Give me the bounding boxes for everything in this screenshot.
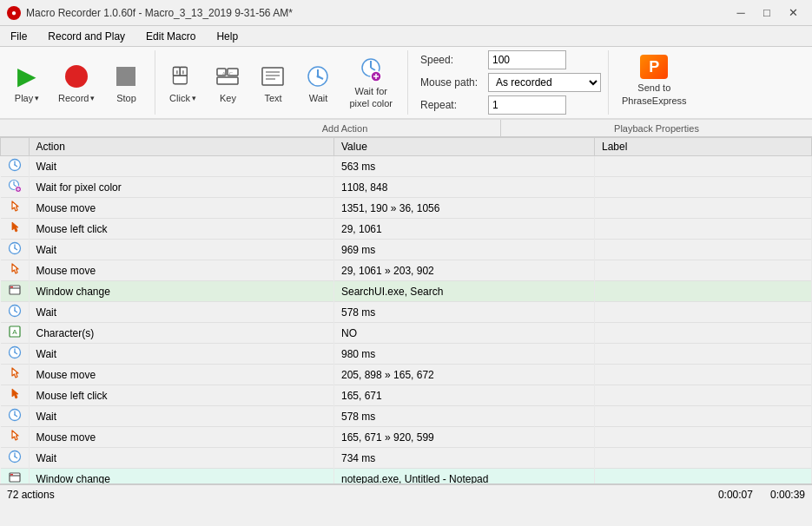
table-row[interactable]: Wait 578 ms — [1, 406, 812, 427]
row-icon — [1, 177, 30, 198]
row-value: 165, 671 » 920, 599 — [334, 427, 595, 448]
row-icon — [1, 427, 30, 448]
row-label — [595, 406, 812, 427]
table-row[interactable]: Mouse move 29, 1061 » 203, 902 — [1, 260, 812, 281]
playback-properties-group: Speed: Mouse path: As recorded Direct Cu… — [413, 50, 609, 115]
speed-input[interactable] — [488, 50, 566, 69]
speed-row: Speed: — [420, 50, 601, 69]
add-action-label: Add Action — [0, 120, 501, 136]
row-label — [595, 177, 812, 198]
key-button[interactable]: ABC Key — [206, 52, 249, 113]
maximize-button[interactable]: □ — [755, 3, 779, 23]
text-label: Text — [264, 93, 281, 103]
record-label: Record ▾ — [58, 93, 95, 103]
repeat-label: Repeat: — [420, 99, 483, 111]
row-action: Window change — [29, 469, 334, 485]
speed-label: Speed: — [420, 54, 483, 66]
table-row[interactable]: Window change SearchUI.exe, Search — [1, 281, 812, 302]
wait-pixel-icon — [357, 56, 385, 83]
menu-record-play[interactable]: Record and Play — [37, 26, 135, 46]
row-value: 578 ms — [334, 406, 595, 427]
key-label: Key — [220, 93, 236, 103]
phrase-label: Send toPhraseExpress — [622, 82, 687, 107]
row-icon — [1, 281, 30, 302]
row-icon — [1, 260, 30, 281]
table-row[interactable]: Mouse move 165, 671 » 920, 599 — [1, 427, 812, 448]
row-value: 563 ms — [334, 156, 595, 177]
record-button[interactable]: Record ▾ — [50, 52, 102, 113]
playback-group: ▶ Play ▾ Record ▾ Stop — [5, 50, 155, 115]
stop-button[interactable]: Stop — [104, 52, 148, 113]
minimize-button[interactable]: ─ — [729, 3, 753, 23]
row-icon — [1, 198, 30, 219]
table-row[interactable]: Wait 734 ms — [1, 448, 812, 469]
row-value: 205, 898 » 165, 672 — [334, 365, 595, 385]
mouse-path-select[interactable]: As recorded Direct Curved — [488, 73, 601, 92]
row-action: Window change — [29, 281, 334, 302]
click-button[interactable]: Click ▾ — [161, 52, 204, 113]
table-row[interactable]: Mouse move 1351, 190 » 36, 1056 — [1, 198, 812, 219]
title-bar: ● Macro Recorder 1.0.60f - Macro_3_13_20… — [0, 0, 812, 26]
table-row[interactable]: Wait 980 ms — [1, 344, 812, 365]
text-button[interactable]: Text — [251, 52, 294, 113]
table-row[interactable]: Wait for pixel color 1108, 848 — [1, 177, 812, 198]
repeat-input[interactable] — [488, 95, 566, 115]
send-to-phrase-button[interactable]: P Send toPhraseExpress — [611, 50, 698, 111]
menu-edit-macro[interactable]: Edit Macro — [135, 26, 206, 46]
play-button[interactable]: ▶ Play ▾ — [5, 52, 49, 113]
table-row[interactable]: Mouse left click 29, 1061 — [1, 219, 812, 240]
table-row[interactable]: A Character(s) NO — [1, 323, 812, 344]
row-action: Mouse move — [29, 365, 334, 385]
wait-label: Wait — [309, 93, 328, 103]
row-icon — [1, 240, 30, 260]
svg-rect-6 — [182, 70, 184, 74]
playback-props-label: Playback Properties — [501, 120, 812, 136]
row-value: 29, 1061 — [334, 219, 595, 240]
wait-pixel-label: Wait forpixel color — [349, 86, 393, 108]
svg-text:A: A — [12, 328, 17, 336]
row-label — [595, 365, 812, 385]
row-action: Character(s) — [29, 323, 334, 344]
toolbar-bottom-labels: Add Action Playback Properties — [0, 120, 812, 137]
svg-point-59 — [14, 456, 16, 457]
row-label — [595, 281, 812, 302]
row-icon: A — [1, 323, 30, 344]
row-action: Mouse move — [29, 260, 334, 281]
wait-pixel-button[interactable]: Wait forpixel color — [341, 52, 400, 113]
row-action: Mouse move — [29, 427, 334, 448]
row-icon — [1, 448, 30, 469]
menu-help[interactable]: Help — [206, 26, 248, 46]
wait-button[interactable]: Wait — [296, 52, 340, 113]
actions-count: 72 actions — [7, 489, 718, 501]
svg-point-51 — [14, 352, 16, 353]
mouse-path-label: Mouse path: — [420, 76, 483, 89]
table-row[interactable]: Window change notepad.exe, Untitled - No… — [1, 469, 812, 485]
table-row[interactable]: Mouse left click 165, 671 — [1, 385, 812, 406]
record-icon — [63, 62, 90, 90]
row-value: 980 ms — [334, 344, 595, 365]
menu-file[interactable]: File — [0, 26, 37, 46]
status-times: 0:00:07 0:00:39 — [718, 489, 805, 501]
row-label — [595, 323, 812, 344]
row-action: Wait — [29, 448, 334, 469]
action-table-wrapper[interactable]: Action Value Label Wait 563 ms Wait for … — [0, 137, 812, 484]
table-row[interactable]: Wait 578 ms — [1, 302, 812, 323]
row-icon — [1, 219, 30, 240]
menu-bar: File Record and Play Edit Macro Help — [0, 26, 812, 47]
table-row[interactable]: Wait 563 ms — [1, 156, 812, 177]
table-row[interactable]: Mouse move 205, 898 » 165, 672 — [1, 365, 812, 385]
close-button[interactable]: ✕ — [781, 3, 805, 23]
row-label — [595, 385, 812, 406]
row-value: 1108, 848 — [334, 177, 595, 198]
row-icon — [1, 365, 30, 385]
svg-point-28 — [14, 164, 16, 166]
row-value: notepad.exe, Untitled - Notepad — [334, 469, 595, 485]
play-icon: ▶ — [13, 62, 41, 90]
click-label: Click ▾ — [169, 93, 196, 103]
table-row[interactable]: Wait 969 ms — [1, 240, 812, 260]
wait-icon — [304, 62, 332, 90]
time1: 0:00:07 — [718, 489, 753, 501]
mouse-path-row: Mouse path: As recorded Direct Curved — [420, 73, 601, 92]
svg-rect-5 — [176, 70, 178, 74]
row-value: 165, 671 — [334, 385, 595, 406]
